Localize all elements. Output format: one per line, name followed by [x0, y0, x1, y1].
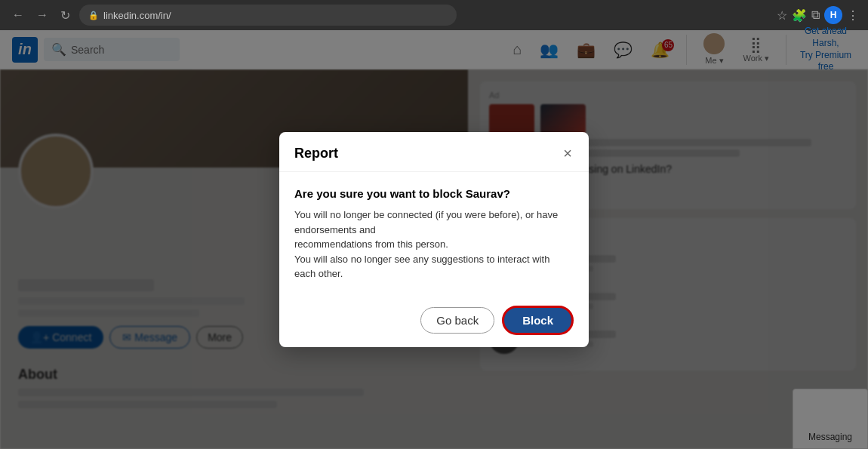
- forward-button[interactable]: →: [33, 5, 51, 25]
- report-modal: Report × Are you sure you want to block …: [279, 132, 589, 347]
- modal-close-button[interactable]: ×: [562, 144, 574, 162]
- modal-description: You will no longer be connected (if you …: [294, 208, 574, 281]
- menu-icon[interactable]: ⋮: [847, 8, 859, 23]
- modal-question: Are you sure you want to block Saurav?: [294, 187, 574, 200]
- go-back-button[interactable]: Go back: [420, 307, 494, 334]
- address-bar[interactable]: 🔒 linkedin.com/in/: [79, 5, 457, 26]
- modal-overlay: Report × Are you sure you want to block …: [0, 30, 868, 449]
- modal-title: Report: [294, 146, 338, 161]
- bookmark-icon[interactable]: ☆: [777, 8, 787, 23]
- browser-actions: ☆ 🧩 ⧉ H ⋮: [777, 6, 859, 24]
- browser-profile-avatar[interactable]: H: [824, 6, 842, 24]
- modal-body: Are you sure you want to block Saurav? Y…: [279, 172, 589, 297]
- extensions-icon[interactable]: 🧩: [792, 8, 807, 23]
- block-button[interactable]: Block: [502, 306, 574, 335]
- modal-footer: Go back Block: [279, 297, 589, 347]
- back-button[interactable]: ←: [9, 5, 27, 25]
- split-screen-icon[interactable]: ⧉: [811, 8, 820, 22]
- lock-icon: 🔒: [88, 11, 99, 20]
- url-text: linkedin.com/in/: [103, 10, 171, 21]
- modal-header: Report ×: [279, 132, 589, 172]
- refresh-button[interactable]: ↻: [57, 5, 73, 26]
